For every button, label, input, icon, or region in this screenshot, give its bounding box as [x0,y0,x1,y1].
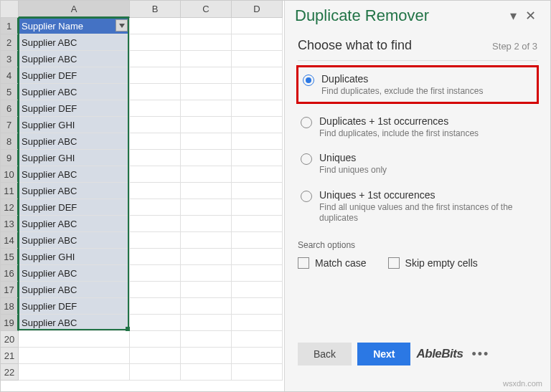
cell[interactable] [19,348,130,364]
cell[interactable]: Supplier ABC [19,166,130,183]
row-header[interactable]: 9 [1,150,19,166]
row-header[interactable]: 8 [1,133,19,150]
cell[interactable] [181,232,232,249]
spreadsheet-grid[interactable]: A B C D 1Supplier Name2Supplier ABC3Supp… [1,1,284,391]
cell[interactable] [130,34,181,51]
cell[interactable] [232,216,283,232]
row-header[interactable]: 12 [1,199,19,216]
back-button[interactable]: Back [298,343,352,365]
cell[interactable] [232,117,283,133]
cell[interactable] [130,348,181,364]
col-header-D[interactable]: D [232,1,283,18]
select-all-corner[interactable] [1,1,19,18]
cell[interactable]: Supplier DEF [19,298,130,315]
cell[interactable] [232,282,283,298]
table-header-cell[interactable]: Supplier Name [19,18,130,34]
cell[interactable] [181,34,232,51]
cell[interactable] [181,117,232,133]
cell[interactable] [19,364,130,381]
skip-empty-checkbox[interactable]: Skip empty cells [388,257,478,269]
cell[interactable] [232,232,283,249]
cell[interactable]: Supplier ABC [19,265,130,282]
cell[interactable] [232,249,283,265]
cell[interactable] [181,18,232,34]
cell[interactable] [181,51,232,67]
cell[interactable] [181,282,232,298]
radio-icon[interactable] [301,153,312,165]
close-icon[interactable]: ✕ [521,8,540,24]
cell[interactable] [130,315,181,331]
row-header[interactable]: 2 [1,34,19,51]
cell[interactable]: Supplier ABC [19,84,130,100]
cell[interactable] [181,249,232,265]
cell[interactable] [181,216,232,232]
col-header-A[interactable]: A [19,1,130,18]
cell[interactable] [130,216,181,232]
cell[interactable] [130,100,181,117]
cell[interactable] [181,364,232,381]
cell[interactable] [181,183,232,199]
cell[interactable] [130,265,181,282]
cell[interactable] [181,199,232,216]
option-0[interactable]: DuplicatesFind duplicates, exclude the f… [296,65,539,104]
cell[interactable] [232,34,283,51]
cell[interactable] [181,348,232,364]
cell[interactable] [232,265,283,282]
cell[interactable] [130,282,181,298]
cell[interactable] [181,150,232,166]
cell[interactable]: Supplier ABC [19,282,130,298]
cell[interactable] [232,199,283,216]
row-header[interactable]: 1 [1,18,19,34]
cell[interactable] [232,298,283,315]
cell[interactable] [130,183,181,199]
cell[interactable] [232,51,283,67]
cell[interactable] [130,117,181,133]
row-header[interactable]: 17 [1,282,19,298]
cell[interactable]: Supplier DEF [19,100,130,117]
cell[interactable] [181,298,232,315]
cell[interactable] [181,331,232,348]
cell[interactable]: Supplier ABC [19,51,130,67]
row-header[interactable]: 15 [1,249,19,265]
cell[interactable] [130,232,181,249]
row-header[interactable]: 14 [1,232,19,249]
cell[interactable]: Supplier DEF [19,199,130,216]
cell[interactable] [130,364,181,381]
row-header[interactable]: 16 [1,265,19,282]
cell[interactable] [130,18,181,34]
cell[interactable] [130,166,181,183]
cell[interactable] [130,150,181,166]
cell[interactable] [130,298,181,315]
cell[interactable] [232,84,283,100]
cell[interactable]: Supplier ABC [19,133,130,150]
match-case-checkbox[interactable]: Match case [298,257,367,269]
cell[interactable] [232,183,283,199]
cell[interactable]: Supplier ABC [19,315,130,331]
row-header[interactable]: 3 [1,51,19,67]
cell[interactable] [232,133,283,150]
row-header[interactable]: 21 [1,348,19,364]
radio-icon[interactable] [301,191,312,202]
cell[interactable] [232,150,283,166]
cell[interactable] [181,100,232,117]
row-header[interactable]: 22 [1,364,19,381]
cell[interactable] [130,249,181,265]
row-header[interactable]: 5 [1,84,19,100]
cell[interactable] [232,100,283,117]
radio-icon[interactable] [303,75,314,86]
cell[interactable] [181,166,232,183]
cell[interactable] [232,18,283,34]
cell[interactable] [232,364,283,381]
more-icon[interactable]: ••• [468,347,492,362]
row-header[interactable]: 4 [1,67,19,84]
row-header[interactable]: 11 [1,183,19,199]
cell[interactable] [181,67,232,84]
option-2[interactable]: UniquesFind uniques only [298,145,537,182]
row-header[interactable]: 6 [1,100,19,117]
cell[interactable] [232,315,283,331]
cell[interactable] [130,51,181,67]
cell[interactable] [181,133,232,150]
cell[interactable]: Supplier GHI [19,117,130,133]
row-header[interactable]: 13 [1,216,19,232]
cell[interactable] [130,133,181,150]
